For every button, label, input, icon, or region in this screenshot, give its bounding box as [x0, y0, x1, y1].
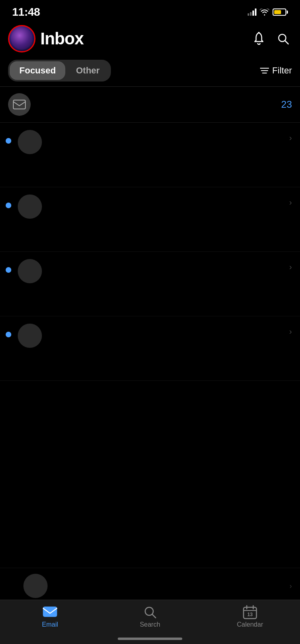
email-content	[48, 259, 284, 262]
sender-avatar	[18, 130, 42, 154]
tabs-container: Focused Other	[8, 60, 111, 82]
email-item[interactable]: ›	[0, 316, 300, 381]
email-meta: ›	[289, 324, 292, 336]
notification-button[interactable]	[252, 31, 266, 46]
email-content	[48, 324, 284, 327]
unread-indicator	[6, 203, 11, 208]
status-time: 11:48	[12, 6, 40, 19]
tabs-bar: Focused Other Filter	[0, 57, 300, 86]
unread-indicator	[6, 267, 11, 273]
header-actions	[252, 31, 290, 46]
nav-search-label: Search	[140, 621, 160, 628]
svg-line-2	[285, 41, 289, 44]
chevron-right-icon: ›	[289, 327, 292, 336]
email-meta: ›	[289, 259, 292, 272]
nav-email-label: Email	[42, 621, 58, 628]
status-icons	[248, 8, 288, 16]
search-button[interactable]	[276, 31, 290, 46]
status-bar: 11:48	[0, 0, 300, 22]
partial-email-row[interactable]: ›	[0, 568, 300, 604]
tab-other[interactable]: Other	[66, 61, 109, 80]
email-nav-icon	[43, 605, 57, 619]
nav-search[interactable]: Search	[126, 605, 174, 628]
email-meta: ›	[289, 130, 292, 142]
email-item[interactable]: ›	[0, 123, 300, 187]
chevron-right-icon: ›	[290, 582, 292, 590]
svg-rect-7	[43, 607, 57, 617]
nav-calendar-label: Calendar	[237, 621, 263, 628]
all-mail-row[interactable]: 23	[0, 87, 300, 123]
svg-line-9	[152, 615, 156, 618]
nav-email[interactable]: Email	[26, 605, 74, 628]
email-content	[48, 194, 284, 198]
chevron-right-icon: ›	[289, 262, 292, 272]
calendar-nav-icon: 13	[243, 605, 257, 619]
wifi-icon	[260, 8, 269, 16]
email-content	[48, 130, 284, 133]
chevron-right-icon: ›	[289, 133, 292, 142]
all-mail-count: 23	[281, 99, 292, 110]
search-nav-icon	[143, 605, 157, 619]
sender-avatar	[23, 574, 48, 598]
filter-icon	[260, 67, 269, 74]
nav-calendar[interactable]: 13 Calendar	[226, 605, 274, 628]
filter-label: Filter	[272, 65, 292, 76]
header: Inbox	[0, 22, 300, 57]
svg-text:13: 13	[247, 612, 253, 617]
svg-point-0	[258, 32, 260, 33]
tab-focused[interactable]: Focused	[10, 61, 65, 80]
home-indicator	[118, 638, 182, 640]
email-item[interactable]: ›	[0, 252, 300, 316]
email-item[interactable]: ›	[0, 187, 300, 252]
page-title: Inbox	[40, 29, 252, 48]
email-meta: ›	[289, 194, 292, 207]
sender-avatar	[18, 324, 42, 348]
svg-rect-6	[13, 100, 25, 109]
sender-avatar	[18, 194, 42, 219]
unread-indicator	[6, 332, 11, 337]
signal-icon	[248, 8, 256, 16]
sender-avatar	[18, 259, 42, 283]
chevron-right-icon: ›	[289, 198, 292, 207]
all-mail-icon	[8, 93, 31, 116]
unread-indicator	[6, 138, 11, 144]
avatar[interactable]	[8, 25, 35, 52]
battery-icon	[273, 8, 288, 16]
email-list: 23 › ›	[0, 87, 300, 381]
filter-button[interactable]: Filter	[260, 65, 292, 76]
